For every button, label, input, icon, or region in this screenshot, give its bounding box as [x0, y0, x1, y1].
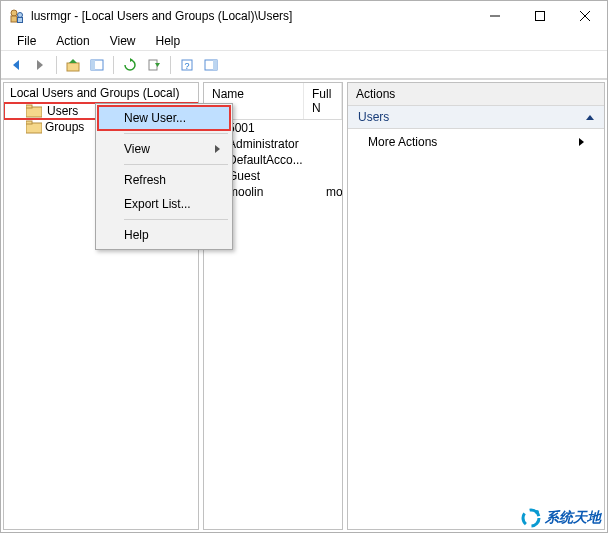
menu-help[interactable]: Help	[146, 32, 191, 50]
toolbar: ?	[1, 51, 607, 79]
cell-fullname: mool	[326, 185, 342, 199]
tree-item-label: Groups	[45, 120, 84, 134]
ctx-label: New User...	[124, 111, 186, 125]
folder-icon	[26, 120, 42, 134]
content-area: Local Users and Groups (Local) Users Gro…	[1, 79, 607, 532]
ctx-label: View	[124, 142, 150, 156]
ctx-label: Export List...	[124, 197, 191, 211]
maximize-button[interactable]	[517, 1, 562, 31]
tree-item-label: Users	[45, 104, 80, 118]
svg-point-0	[11, 10, 17, 16]
help-button[interactable]: ?	[176, 54, 198, 76]
svg-rect-20	[213, 60, 217, 70]
menu-file[interactable]: File	[7, 32, 46, 50]
svg-marker-8	[13, 60, 19, 70]
svg-point-2	[18, 13, 23, 18]
chevron-right-icon	[579, 138, 584, 146]
chevron-up-icon	[586, 115, 594, 120]
ctx-new-user[interactable]: New User...	[98, 106, 230, 130]
actions-pane: Actions Users More Actions	[347, 82, 605, 530]
cell-name: moolin	[228, 185, 322, 199]
svg-rect-24	[26, 121, 32, 124]
svg-rect-5	[535, 12, 544, 21]
svg-rect-10	[67, 63, 79, 71]
actions-header: Actions	[348, 83, 604, 106]
ctx-label: Help	[124, 228, 149, 242]
ctx-separator	[124, 219, 228, 220]
svg-marker-9	[37, 60, 43, 70]
window-title: lusrmgr - [Local Users and Groups (Local…	[31, 9, 472, 23]
watermark-icon	[521, 508, 541, 528]
svg-rect-1	[11, 16, 17, 22]
title-bar: lusrmgr - [Local Users and Groups (Local…	[1, 1, 607, 31]
tree-root[interactable]: Local Users and Groups (Local)	[4, 83, 198, 103]
export-button[interactable]	[143, 54, 165, 76]
actions-section-label: Users	[358, 110, 389, 124]
ctx-help[interactable]: Help	[98, 223, 230, 247]
ctx-view[interactable]: View	[98, 137, 230, 161]
lusrmgr-window: lusrmgr - [Local Users and Groups (Local…	[0, 0, 608, 533]
svg-marker-11	[69, 59, 77, 63]
actions-section-users[interactable]: Users	[348, 106, 604, 129]
ctx-label: Refresh	[124, 173, 166, 187]
watermark-text: 系统天地	[545, 509, 601, 527]
ctx-export[interactable]: Export List...	[98, 192, 230, 216]
cell-name: DefaultAcco...	[228, 153, 322, 167]
app-icon	[9, 8, 25, 24]
minimize-button[interactable]	[472, 1, 517, 31]
window-controls	[472, 1, 607, 31]
watermark: 系统天地	[521, 508, 601, 528]
menu-action[interactable]: Action	[46, 32, 99, 50]
toolbar-separator	[113, 56, 114, 74]
cell-name: 5001	[228, 121, 322, 135]
actions-more-label: More Actions	[368, 135, 437, 149]
svg-rect-3	[18, 18, 23, 23]
svg-point-31	[535, 510, 539, 514]
close-button[interactable]	[562, 1, 607, 31]
cell-name: Guest	[228, 169, 322, 183]
chevron-right-icon	[215, 145, 220, 153]
menu-view[interactable]: View	[100, 32, 146, 50]
svg-rect-13	[91, 60, 95, 70]
up-button[interactable]	[62, 54, 84, 76]
toolbar-separator	[170, 56, 171, 74]
show-hide-tree-button[interactable]	[86, 54, 108, 76]
ctx-refresh[interactable]: Refresh	[98, 168, 230, 192]
svg-text:?: ?	[184, 61, 189, 71]
ctx-separator	[124, 164, 228, 165]
refresh-button[interactable]	[119, 54, 141, 76]
column-header-fullname[interactable]: Full N	[304, 83, 342, 119]
forward-button[interactable]	[29, 54, 51, 76]
show-hide-action-button[interactable]	[200, 54, 222, 76]
actions-more[interactable]: More Actions	[348, 129, 604, 155]
svg-rect-22	[26, 105, 32, 108]
ctx-separator	[124, 133, 228, 134]
svg-rect-15	[149, 60, 157, 70]
menu-bar: File Action View Help	[1, 31, 607, 51]
context-menu: New User... View Refresh Export List... …	[95, 103, 233, 250]
back-button[interactable]	[5, 54, 27, 76]
cell-name: Administrator	[228, 137, 322, 151]
toolbar-separator	[56, 56, 57, 74]
folder-icon	[26, 104, 42, 118]
